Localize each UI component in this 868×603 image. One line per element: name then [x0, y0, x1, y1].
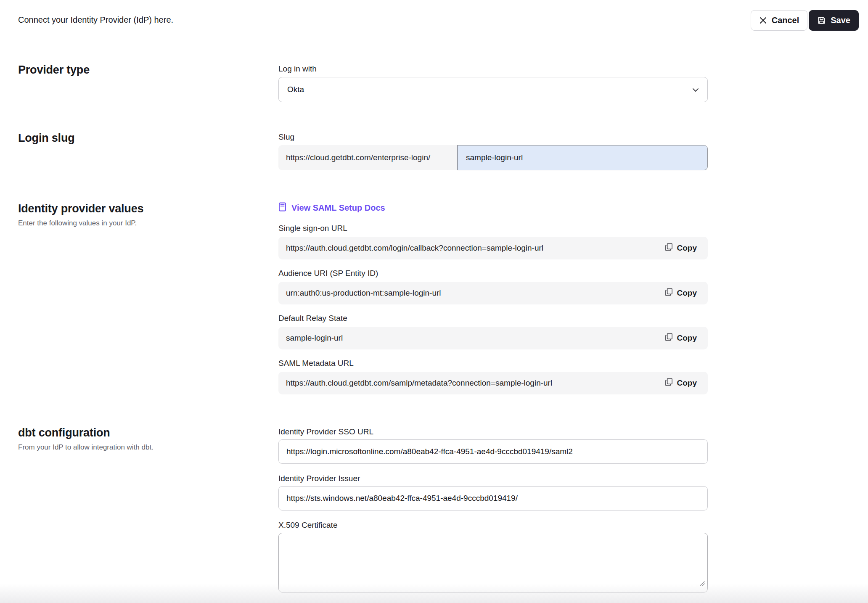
certificate-label: X.509 Certificate	[278, 520, 708, 530]
metadata-url-field: SAML Metadata URL https://auth.cloud.get…	[278, 358, 708, 394]
save-floppy-icon	[817, 16, 826, 25]
idp-values-title: Identity provider values	[18, 202, 278, 215]
metadata-url-value-box: https://auth.cloud.getdbt.com/samlp/meta…	[278, 372, 708, 394]
section-idp-values: Identity provider values Enter the follo…	[18, 202, 868, 403]
close-icon	[759, 16, 767, 24]
dbt-configuration-subtitle: From your IdP to allow integration with …	[18, 443, 278, 452]
idp-issuer-input[interactable]	[278, 486, 708, 510]
copy-icon	[665, 288, 673, 299]
relay-state-value-box: sample-login-url Copy	[278, 327, 708, 349]
metadata-url-label: SAML Metadata URL	[278, 358, 708, 368]
page-description: Connect your Identity Provider (IdP) her…	[18, 15, 173, 25]
idp-issuer-label: Identity Provider Issuer	[278, 473, 708, 484]
slug-url-prefix: https://cloud.getdbt.com/enterprise-logi…	[278, 145, 457, 170]
page-header: Connect your Identity Provider (IdP) her…	[0, 0, 868, 31]
certificate-group: X.509 Certificate	[278, 520, 708, 594]
sso-url-value: https://auth.cloud.getdbt.com/login/call…	[286, 243, 662, 253]
provider-select[interactable]: Okta	[278, 77, 708, 102]
section-dbt-configuration: dbt configuration From your IdP to allow…	[18, 426, 868, 603]
sso-url-label: Single sign-on URL	[278, 223, 708, 233]
section-provider-type: Provider type Log in with Okta	[18, 63, 868, 102]
relay-state-field: Default Relay State sample-login-url Cop…	[278, 313, 708, 349]
sso-url-value-box: https://auth.cloud.getdbt.com/login/call…	[278, 237, 708, 259]
copy-button-label: Copy	[677, 333, 697, 343]
save-button[interactable]: Save	[809, 10, 859, 31]
copy-button-label: Copy	[677, 288, 697, 298]
copy-icon	[665, 243, 673, 254]
slug-label: Slug	[278, 132, 708, 142]
save-button-label: Save	[831, 16, 850, 25]
audience-uri-value: urn:auth0:us-production-mt:sample-login-…	[286, 288, 662, 298]
certificate-textarea[interactable]	[278, 533, 708, 592]
idp-sso-url-group: Identity Provider SSO URL	[278, 426, 708, 464]
section-login-slug: Login slug Slug https://cloud.getdbt.com…	[18, 132, 868, 170]
dbt-configuration-title: dbt configuration	[18, 426, 278, 439]
cancel-button[interactable]: Cancel	[751, 10, 808, 31]
login-with-label: Log in with	[278, 63, 708, 74]
cancel-button-label: Cancel	[772, 16, 799, 25]
saml-docs-link-label: View SAML Setup Docs	[291, 203, 385, 213]
idp-sso-url-label: Identity Provider SSO URL	[278, 426, 708, 437]
copy-button-label: Copy	[677, 243, 697, 253]
chevron-down-icon	[692, 85, 699, 94]
audience-uri-field: Audience URI (SP Entity ID) urn:auth0:us…	[278, 268, 708, 304]
slug-input[interactable]	[457, 145, 708, 170]
header-actions: Cancel Save	[751, 10, 859, 31]
copy-button[interactable]: Copy	[662, 333, 701, 344]
copy-icon	[665, 333, 673, 344]
audience-uri-label: Audience URI (SP Entity ID)	[278, 268, 708, 278]
slug-field-row: https://cloud.getdbt.com/enterprise-logi…	[278, 145, 708, 170]
login-slug-title: Login slug	[18, 132, 278, 145]
document-icon	[278, 202, 286, 214]
settings-form: Provider type Log in with Okta Login slu…	[0, 63, 868, 603]
provider-type-title: Provider type	[18, 63, 278, 77]
copy-button[interactable]: Copy	[662, 378, 701, 389]
metadata-url-value: https://auth.cloud.getdbt.com/samlp/meta…	[286, 378, 662, 388]
copy-button[interactable]: Copy	[662, 288, 701, 299]
copy-button-label: Copy	[677, 378, 697, 388]
idp-values-subtitle: Enter the following values in your IdP.	[18, 219, 278, 227]
copy-icon	[665, 378, 673, 389]
sso-url-field: Single sign-on URL https://auth.cloud.ge…	[278, 223, 708, 259]
idp-issuer-group: Identity Provider Issuer	[278, 473, 708, 510]
saml-docs-link[interactable]: View SAML Setup Docs	[278, 202, 385, 214]
provider-selected-value: Okta	[287, 85, 304, 94]
audience-uri-value-box: urn:auth0:us-production-mt:sample-login-…	[278, 282, 708, 304]
idp-sso-url-input[interactable]	[278, 439, 708, 464]
copy-button[interactable]: Copy	[662, 243, 701, 254]
relay-state-label: Default Relay State	[278, 313, 708, 323]
relay-state-value: sample-login-url	[286, 333, 662, 343]
